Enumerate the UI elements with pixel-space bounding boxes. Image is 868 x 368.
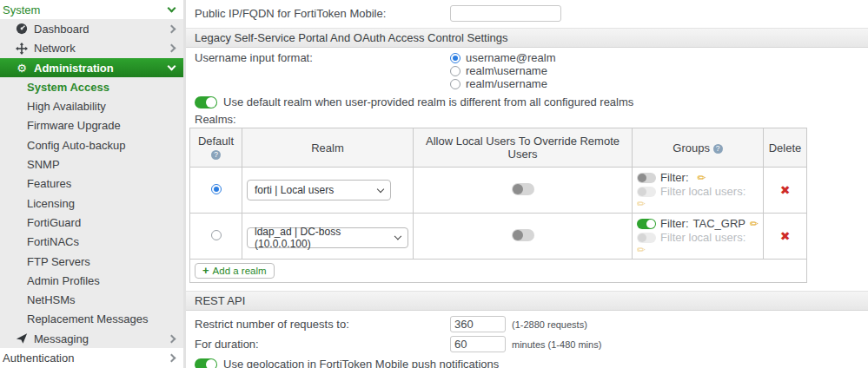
dashboard-icon xyxy=(14,23,30,35)
sidebar-subitem-admin-profiles[interactable]: Admin Profiles xyxy=(0,271,183,290)
chevron-right-icon xyxy=(168,334,176,343)
radio-icon[interactable] xyxy=(450,79,461,89)
sidebar-subitem-fortinacs[interactable]: FortiNACs xyxy=(0,233,183,252)
sidebar-subitem-label: High Availability xyxy=(27,100,106,113)
sidebar-item-administration[interactable]: ⚙ Administration xyxy=(0,58,183,77)
restrict-requests-input[interactable] xyxy=(450,316,506,332)
col-header-delete: Delete xyxy=(764,128,807,168)
sidebar-subitem-label: FortiNACs xyxy=(27,235,79,248)
geolocation-toggle[interactable] xyxy=(195,358,217,368)
restrict-requests-hint: (1-2880 requests) xyxy=(512,319,587,330)
plus-icon: + xyxy=(202,266,209,276)
radio-option-realm-backslash-username[interactable]: realm\username xyxy=(450,64,556,77)
filter-local-users-toggle[interactable] xyxy=(637,233,656,243)
chevron-right-icon xyxy=(168,44,176,53)
gear-icon: ⚙ xyxy=(14,62,30,75)
delete-realm-icon[interactable]: ✖ xyxy=(780,229,791,243)
sidebar-section-authentication-label: Authentication xyxy=(3,352,74,365)
sidebar-item-messaging[interactable]: Messaging xyxy=(0,329,183,348)
col-header-groups: Groups ? xyxy=(633,128,764,168)
sidebar-subitem-label: Replacement Messages xyxy=(27,312,148,325)
network-icon xyxy=(14,43,30,55)
sidebar-subitem-fortiguard[interactable]: FortiGuard xyxy=(0,213,183,232)
radio-selected-icon[interactable] xyxy=(450,53,461,63)
realm-select[interactable]: forti | Local users xyxy=(247,180,391,200)
default-realm-radio[interactable] xyxy=(211,184,222,194)
duration-label: For duration: xyxy=(195,338,450,351)
sidebar-item-network[interactable]: Network xyxy=(0,39,183,58)
username-format-label: Username input format: xyxy=(195,51,450,64)
sidebar-subitem-snmp[interactable]: SNMP xyxy=(0,154,183,174)
sidebar-item-label: Administration xyxy=(34,62,114,75)
sidebar-subitem-label: SNMP xyxy=(27,158,60,171)
app-window: System Dashboard Network ⚙ Administr xyxy=(0,0,868,368)
chevron-right-icon xyxy=(168,24,176,33)
sidebar-section-system[interactable]: System xyxy=(0,0,183,19)
legacy-section-header: Legacy Self-Service Portal And OAuth Acc… xyxy=(186,28,868,48)
chevron-right-icon xyxy=(168,354,176,363)
filter-toggle[interactable] xyxy=(637,219,656,229)
sidebar-section-authentication[interactable]: Authentication xyxy=(0,348,183,367)
fortitoken-fqdn-input[interactable] xyxy=(450,5,561,22)
sidebar-section-system-label: System xyxy=(3,3,40,16)
chevron-down-icon xyxy=(168,4,176,13)
sidebar-subitem-label: FTP Servers xyxy=(27,255,90,268)
info-icon[interactable]: ? xyxy=(713,144,723,154)
paper-plane-icon xyxy=(14,332,30,345)
filter-toggle[interactable] xyxy=(637,173,656,183)
default-realm-toggle[interactable] xyxy=(195,96,217,108)
realm-select[interactable]: ldap_ad | DC-boss (10.0.0.100) xyxy=(247,227,408,248)
rest-api-section-header: REST API xyxy=(186,291,868,311)
filter-local-users-toggle[interactable] xyxy=(637,187,656,197)
realm-row-1: forti | Local users Filter: ✏ Filter loc… xyxy=(190,168,807,214)
allow-override-toggle[interactable] xyxy=(512,183,534,195)
sidebar-subitem-firmware-upgrade[interactable]: Firmware Upgrade xyxy=(0,116,183,135)
default-realm-toggle-label: Use default realm when user-provided rea… xyxy=(223,95,633,108)
chevron-down-icon xyxy=(168,62,176,71)
radio-option-realm-slash-username[interactable]: realm/username xyxy=(450,77,556,90)
filter-value: TAC_GRP xyxy=(693,217,745,231)
radio-option-username-realm[interactable]: username@realm xyxy=(450,51,556,64)
edit-pencil-icon[interactable]: ✏ xyxy=(637,245,646,255)
sidebar-system-menu: Dashboard Network ⚙ Administration Syste… xyxy=(0,19,183,348)
radio-option-label: realm\username xyxy=(466,64,547,77)
col-header-realm: Realm xyxy=(242,128,414,168)
realms-table: Default ? Realm Allow Local Users To Ove… xyxy=(189,128,807,283)
geolocation-toggle-label: Use geolocation in FortiToken Mobile pus… xyxy=(223,358,499,368)
add-realm-button-label: Add a realm xyxy=(213,266,267,276)
sidebar-subitem-label: Admin Profiles xyxy=(27,274,100,287)
realm-select-value: forti | Local users xyxy=(255,184,334,196)
allow-override-toggle[interactable] xyxy=(512,229,534,241)
fortitoken-fqdn-label: Public IP/FQDN for FortiToken Mobile: xyxy=(195,7,450,20)
add-realm-button[interactable]: + Add a realm xyxy=(195,263,275,279)
delete-realm-icon[interactable]: ✖ xyxy=(780,183,791,197)
duration-input[interactable] xyxy=(450,336,506,352)
sidebar-subitem-ftp-servers[interactable]: FTP Servers xyxy=(0,252,183,271)
edit-pencil-icon[interactable]: ✏ xyxy=(750,219,759,229)
sidebar-subitem-label: System Access xyxy=(27,81,109,94)
sidebar-subitem-licensing[interactable]: Licensing xyxy=(0,194,183,213)
sidebar-item-dashboard[interactable]: Dashboard xyxy=(0,19,183,38)
default-realm-radio[interactable] xyxy=(211,230,222,240)
sidebar-subitem-nethsms[interactable]: NetHSMs xyxy=(0,290,183,309)
sidebar-subitem-config-auto-backup[interactable]: Config Auto-backup xyxy=(0,135,183,154)
restrict-requests-label: Restrict number of requests to: xyxy=(195,318,450,331)
sidebar: System Dashboard Network ⚙ Administr xyxy=(0,0,186,368)
edit-pencil-icon[interactable]: ✏ xyxy=(637,199,646,209)
sidebar-subitem-features[interactable]: Features xyxy=(0,174,183,194)
sidebar-subitem-system-access[interactable]: System Access xyxy=(0,77,183,96)
col-header-default: Default ? xyxy=(190,128,242,168)
edit-pencil-icon[interactable]: ✏ xyxy=(698,173,706,183)
radio-icon[interactable] xyxy=(450,66,461,76)
sidebar-subitem-label: Licensing xyxy=(27,197,75,210)
filter-label: Filter: xyxy=(660,217,689,231)
realm-select-value: ldap_ad | DC-boss (10.0.0.100) xyxy=(255,226,388,250)
info-icon[interactable]: ? xyxy=(211,150,221,160)
sidebar-subitem-label: Config Auto-backup xyxy=(27,139,125,152)
filter-local-users-label: Filter local users: xyxy=(660,185,745,199)
sidebar-subitem-replacement-messages[interactable]: Replacement Messages xyxy=(0,310,183,329)
duration-hint: minutes (1-480 mins) xyxy=(512,339,601,350)
sidebar-subitem-high-availability[interactable]: High Availability xyxy=(0,96,183,115)
sidebar-subitem-label: Firmware Upgrade xyxy=(27,119,121,132)
chevron-down-icon xyxy=(377,185,384,192)
